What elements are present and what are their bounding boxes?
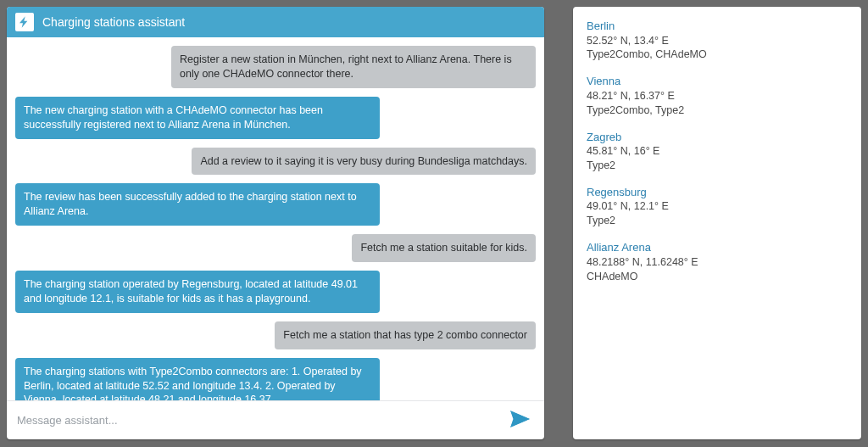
station-name: Berlin — [587, 19, 848, 34]
station-item[interactable]: Regensburg 49.01° N, 12.1° E Type2 — [587, 185, 848, 228]
message-assistant: The charging stations with Type2Combo co… — [15, 358, 380, 400]
station-name: Zagreb — [587, 130, 848, 145]
station-name: Regensburg — [587, 185, 848, 200]
send-icon — [509, 408, 531, 433]
station-item[interactable]: Vienna 48.21° N, 16.37° E Type2Combo, Ty… — [587, 74, 848, 117]
chat-body: Register a new station in München, right… — [7, 37, 544, 400]
message-input[interactable] — [17, 414, 497, 427]
station-connectors: Type2 — [587, 214, 848, 228]
send-button[interactable] — [505, 406, 534, 435]
station-coords: 52.52° N, 13.4° E — [587, 34, 848, 48]
message-user: Fetch me a station that has type 2 combo… — [275, 321, 536, 349]
chat-input-row — [7, 400, 544, 439]
station-item[interactable]: Zagreb 45.81° N, 16° E Type2 — [587, 130, 848, 173]
station-coords: 48.21° N, 16.37° E — [587, 89, 848, 103]
message-user: Fetch me a station suitable for kids. — [352, 234, 536, 262]
message-user: Add a review to it saying it is very bus… — [192, 148, 536, 176]
message-assistant: The review has been successfully added t… — [15, 183, 380, 226]
station-coords: 49.01° N, 12.1° E — [587, 199, 848, 214]
message-user: Register a new station in München, right… — [171, 46, 536, 88]
station-connectors: CHAdeMO — [587, 270, 848, 284]
message-assistant: The charging station operated by Regensb… — [15, 271, 380, 313]
station-connectors: Type2Combo, CHAdeMO — [587, 47, 848, 62]
station-coords: 45.81° N, 16° E — [587, 144, 848, 159]
station-connectors: Type2Combo, Type2 — [587, 103, 848, 118]
chat-window: Charging stations assistant Register a n… — [7, 7, 544, 439]
stations-panel: Berlin 52.52° N, 13.4° E Type2Combo, CHA… — [573, 7, 861, 439]
bolt-icon — [15, 13, 34, 31]
station-name: Vienna — [587, 74, 848, 89]
chat-header: Charging stations assistant — [7, 7, 544, 37]
station-coords: 48.2188° N, 11.6248° E — [587, 255, 848, 270]
station-name: Allianz Arena — [587, 240, 848, 255]
station-item[interactable]: Allianz Arena 48.2188° N, 11.6248° E CHA… — [587, 240, 848, 283]
message-assistant: The new charging station with a CHAdeMO … — [15, 97, 380, 139]
station-connectors: Type2 — [587, 159, 848, 173]
station-item[interactable]: Berlin 52.52° N, 13.4° E Type2Combo, CHA… — [587, 19, 848, 62]
chat-title: Charging stations assistant — [42, 15, 185, 29]
